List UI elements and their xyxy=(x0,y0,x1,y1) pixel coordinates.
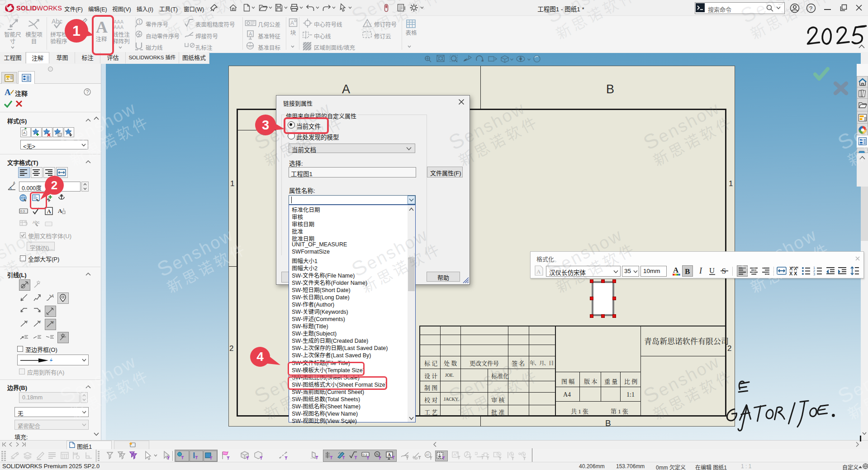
svg-text:A: A xyxy=(290,20,294,26)
svg-text:A: A xyxy=(5,87,11,96)
svg-text:N: N xyxy=(376,452,379,456)
svg-text:AAA: AAA xyxy=(114,19,124,24)
svg-text:3: 3 xyxy=(262,118,269,132)
svg-text:?: ? xyxy=(86,89,89,95)
svg-text:I: I xyxy=(699,266,702,275)
svg-text:B: B xyxy=(685,267,690,276)
svg-text:A: A xyxy=(536,268,541,275)
svg-text:1: 1 xyxy=(63,208,65,211)
svg-text:4: 4 xyxy=(256,350,264,364)
svg-text:?: ? xyxy=(809,5,812,12)
svg-text:A: A xyxy=(47,208,52,215)
svg-text:AT: AT xyxy=(426,453,430,456)
svg-text:x: x xyxy=(39,320,41,323)
svg-text:x: x xyxy=(26,320,28,323)
svg-text:A: A xyxy=(13,181,15,184)
svg-text:AT: AT xyxy=(249,44,253,48)
svg-text:A: A xyxy=(58,207,62,214)
svg-text:0.3: 0.3 xyxy=(363,453,367,456)
svg-text:x: x xyxy=(52,320,54,323)
svg-text:A: A xyxy=(454,452,456,457)
svg-text:3: 3 xyxy=(813,272,815,276)
svg-text:U: U xyxy=(709,266,715,275)
svg-text:1: 1 xyxy=(72,23,81,39)
svg-text:A: A xyxy=(673,266,679,274)
svg-text:Abc: Abc xyxy=(52,18,62,25)
svg-text:X: X xyxy=(789,271,793,276)
svg-text:0.3: 0.3 xyxy=(20,210,25,213)
svg-text:AAA: AAA xyxy=(114,24,124,30)
svg-text:SOLIDWORKS: SOLIDWORKS xyxy=(16,5,62,12)
svg-text:A: A xyxy=(388,452,391,457)
svg-text:X: X xyxy=(794,271,797,276)
svg-text:A: A xyxy=(249,31,252,37)
svg-text:x: x xyxy=(52,293,54,297)
svg-text:1: 1 xyxy=(138,19,141,24)
svg-text:A: A xyxy=(23,131,26,135)
svg-text:2: 2 xyxy=(51,178,57,192)
svg-text:1: 1 xyxy=(366,22,369,27)
